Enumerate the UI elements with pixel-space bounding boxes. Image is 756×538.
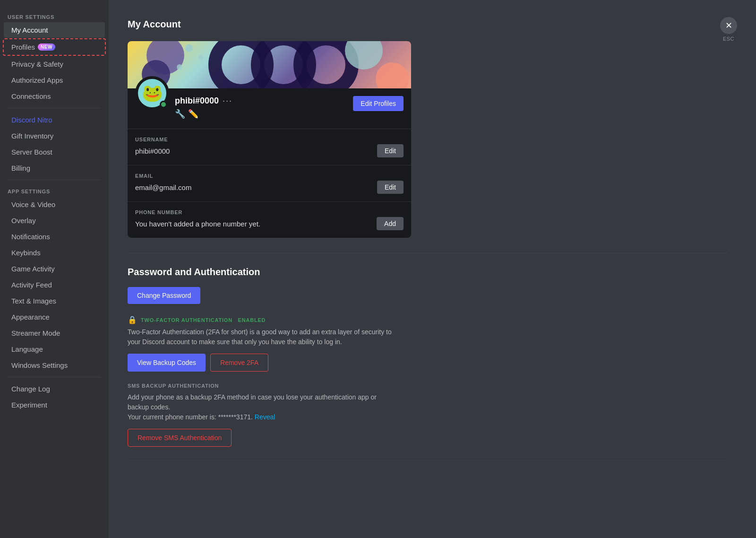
sidebar-item-label: Keybinds (11, 249, 41, 257)
remove-2fa-button[interactable]: Remove 2FA (210, 354, 268, 372)
sidebar-item-profiles[interactable]: Profiles NEW (4, 39, 105, 55)
sms-section: SMS BACKUP AUTHENTICATION Add your phone… (128, 383, 728, 447)
user-settings-label: USER SETTINGS (0, 9, 109, 22)
sidebar-item-discord-nitro[interactable]: Discord Nitro (4, 112, 105, 128)
profile-badges: 🔧 ✏️ (175, 109, 232, 119)
sidebar-item-billing[interactable]: Billing (4, 160, 105, 176)
email-edit-button[interactable]: Edit (377, 181, 404, 194)
profile-name-area: phibi#0000 ··· 🔧 ✏️ (175, 94, 232, 119)
divider-2 (8, 180, 101, 180)
profile-username: phibi#0000 (175, 96, 219, 106)
sidebar-item-label: Notifications (11, 233, 50, 241)
phone-section: PHONE NUMBER You haven't added a phone n… (128, 201, 411, 238)
twofa-buttons: View Backup Codes Remove 2FA (128, 354, 728, 372)
email-label: EMAIL (135, 173, 404, 179)
app-settings-label: APP SETTINGS (0, 184, 109, 196)
sidebar-item-change-log[interactable]: Change Log (4, 381, 105, 397)
phone-value: You haven't added a phone number yet. (135, 220, 260, 228)
banner-decoration (128, 41, 411, 88)
sidebar-item-label: Activity Feed (11, 281, 52, 289)
new-badge: NEW (38, 43, 55, 51)
sidebar-item-label: Experiment (11, 401, 47, 409)
divider-1 (8, 108, 101, 108)
sidebar-item-label: Game Activity (11, 265, 55, 273)
sidebar-item-label: Voice & Video (11, 200, 55, 208)
sidebar-item-notifications[interactable]: Notifications (4, 229, 105, 244)
reveal-link[interactable]: Reveal (255, 413, 275, 421)
username-value: phibi#0000 (135, 147, 170, 155)
sidebar-item-activity-feed[interactable]: Activity Feed (4, 277, 105, 293)
lock-icon: 🔒 (128, 315, 137, 324)
profiles-row-container: Profiles NEW (3, 38, 106, 56)
profiles-label: Profiles (11, 43, 35, 51)
sidebar-item-label: Connections (11, 92, 51, 100)
twofa-label: TWO-FACTOR AUTHENTICATION ENABLED (141, 317, 266, 323)
sidebar-item-label: Authorized Apps (11, 76, 63, 84)
avatar-status-indicator (160, 101, 167, 108)
view-backup-codes-button[interactable]: View Backup Codes (128, 354, 206, 372)
sidebar-item-language[interactable]: Language (4, 341, 105, 357)
sidebar-item-keybinds[interactable]: Keybinds (4, 245, 105, 260)
sidebar-item-label: Change Log (11, 385, 50, 393)
twofa-block: 🔒 TWO-FACTOR AUTHENTICATION ENABLED Two-… (128, 315, 728, 372)
auth-section-title: Password and Authentication (128, 267, 728, 278)
sidebar-item-label: Privacy & Safety (11, 60, 63, 68)
phone-row: You haven't added a phone number yet. Ad… (135, 217, 404, 230)
main-content: ✕ ESC My Account (109, 0, 756, 538)
username-row: phibi#0000 Edit (135, 144, 404, 157)
sidebar-item-gift-inventory[interactable]: Gift Inventory (4, 128, 105, 144)
divider-3 (8, 377, 101, 377)
sidebar-item-authorized-apps[interactable]: Authorized Apps (4, 72, 105, 88)
phone-add-button[interactable]: Add (377, 217, 404, 230)
avatar-emoji: 🐸 (142, 83, 163, 103)
change-password-button[interactable]: Change Password (128, 287, 200, 304)
section-divider-1 (128, 253, 728, 253)
close-button[interactable]: ✕ (720, 17, 737, 34)
sidebar-item-label: Discord Nitro (11, 116, 52, 124)
profile-info-row: 🐸 phibi#0000 ··· 🔧 ✏️ Edit Profiles (128, 88, 411, 129)
edit-profiles-button[interactable]: Edit Profiles (353, 96, 404, 111)
section-divider-2 (128, 460, 728, 460)
sidebar-item-streamer-mode[interactable]: Streamer Mode (4, 325, 105, 341)
profile-options-button[interactable]: ··· (223, 96, 232, 106)
sidebar-item-privacy-safety[interactable]: Privacy & Safety (4, 56, 105, 72)
sidebar-item-text-images[interactable]: Text & Images (4, 293, 105, 309)
sidebar-item-windows-settings[interactable]: Windows Settings (4, 357, 105, 373)
sidebar-item-label: Billing (11, 164, 30, 172)
profile-card: 🐸 phibi#0000 ··· 🔧 ✏️ Edit Profiles (128, 41, 411, 238)
twofa-description: Two-Factor Authentication (2FA for short… (128, 327, 392, 347)
profile-banner (128, 41, 411, 88)
sidebar-item-game-activity[interactable]: Game Activity (4, 261, 105, 277)
svg-point-9 (177, 64, 182, 70)
close-label: ESC (723, 36, 734, 42)
sidebar-item-overlay[interactable]: Overlay (4, 213, 105, 228)
svg-point-8 (198, 55, 203, 60)
nitro-icon: ✏️ (188, 109, 198, 119)
sidebar-item-label: Streamer Mode (11, 329, 60, 337)
auth-section: Password and Authentication Change Passw… (128, 267, 728, 447)
sidebar-item-label: Gift Inventory (11, 132, 53, 140)
remove-sms-button[interactable]: Remove SMS Authentication (128, 429, 232, 447)
username-section: USERNAME phibi#0000 Edit (128, 129, 411, 165)
sidebar-item-label: Overlay (11, 217, 36, 225)
sidebar-item-appearance[interactable]: Appearance (4, 309, 105, 325)
sidebar-item-voice-video[interactable]: Voice & Video (4, 197, 105, 212)
sidebar-item-label: Language (11, 345, 43, 353)
sidebar-item-experiment[interactable]: Experiment (4, 397, 105, 413)
profile-name-row: phibi#0000 ··· (175, 96, 232, 106)
page-title: My Account (128, 19, 728, 30)
sidebar-item-connections[interactable]: Connections (4, 88, 105, 104)
close-icon: ✕ (725, 20, 732, 31)
svg-point-7 (185, 44, 193, 52)
profile-left: 🐸 phibi#0000 ··· 🔧 ✏️ (135, 94, 232, 119)
username-edit-button[interactable]: Edit (377, 144, 404, 157)
sidebar-item-label: Appearance (11, 313, 50, 321)
svg-point-6 (376, 62, 409, 88)
sms-description: Add your phone as a backup 2FA method in… (128, 392, 392, 422)
email-section: EMAIL email@gmail.com Edit (128, 165, 411, 201)
close-button-container[interactable]: ✕ ESC (720, 17, 737, 42)
sidebar-item-label: Windows Settings (11, 361, 68, 369)
sidebar-item-server-boost[interactable]: Server Boost (4, 144, 105, 160)
sidebar-item-my-account[interactable]: My Account (4, 22, 105, 38)
sidebar-item-label: Text & Images (11, 297, 56, 305)
